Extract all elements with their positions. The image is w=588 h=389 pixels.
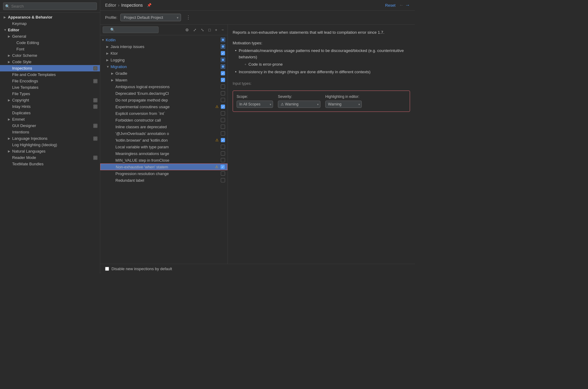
profile-select[interactable]: Project Default Project Default xyxy=(120,14,181,21)
inspection-item-inline-deprecated[interactable]: Inline classes are deprecated xyxy=(100,123,227,130)
empty-checkbox[interactable] xyxy=(221,151,225,156)
sidebar-item-live-templates[interactable]: Live Templates xyxy=(0,84,100,91)
checked-checkbox[interactable]: ✓ xyxy=(221,51,225,55)
inspection-item-gradle[interactable]: ▶Gradle✓ xyxy=(100,70,227,77)
checked-checkbox[interactable]: ✓ xyxy=(221,105,225,109)
sidebar-item-intentions[interactable]: Intentions xyxy=(0,129,100,135)
sidebar-item-gui-designer[interactable]: GUI Designer□ xyxy=(0,122,100,129)
sidebar-item-log-highlighting[interactable]: Log Highlighting (Ideolog) xyxy=(0,142,100,148)
inspection-item-kotlin[interactable]: ▼Kotlin xyxy=(100,36,227,43)
inspection-item-maven[interactable]: ▶Maven✓ xyxy=(100,77,227,83)
inspection-label: Migration xyxy=(111,64,220,69)
empty-checkbox[interactable] xyxy=(221,98,225,102)
sidebar-item-copyright[interactable]: ▶Copyright□ xyxy=(0,97,100,103)
scope-select[interactable]: In All Scopes In Test Only xyxy=(237,101,273,108)
sidebar-item-color-scheme[interactable]: ▶Color Scheme xyxy=(0,52,100,59)
sidebar-item-duplicates[interactable]: Duplicates xyxy=(0,110,100,116)
empty-checkbox[interactable] xyxy=(221,145,225,149)
inspections-search-input[interactable] xyxy=(103,26,159,33)
partial-checkbox[interactable] xyxy=(221,38,225,42)
inspection-label: Inline classes are deprecated xyxy=(115,125,220,129)
sidebar-item-file-encodings[interactable]: File Encodings□ xyxy=(0,78,100,84)
sidebar-item-badge: □ xyxy=(93,105,97,109)
sidebar-item-language-injections[interactable]: ▶Language Injections□ xyxy=(0,135,100,142)
add-inspection-button[interactable]: + xyxy=(214,27,219,33)
nav-arrows: ← → xyxy=(399,2,410,8)
sidebar-item-keymap[interactable]: Keymap xyxy=(0,20,100,27)
empty-checkbox[interactable] xyxy=(221,178,225,182)
inspection-item-min-value[interactable]: MIN_VALUE step in fromClose xyxy=(100,157,227,164)
empty-checkbox[interactable] xyxy=(221,158,225,162)
empty-checkbox[interactable] xyxy=(221,84,225,89)
inspection-label: Meaningless annotations targe xyxy=(115,151,220,156)
sidebar-item-badge: □ xyxy=(93,136,97,141)
filter-button[interactable]: ⚙ xyxy=(184,27,190,33)
sidebar-item-inlay-hints[interactable]: Inlay Hints□ xyxy=(0,103,100,110)
sidebar-item-general[interactable]: ▶General xyxy=(0,33,100,40)
square-button[interactable]: □ xyxy=(207,27,212,33)
disable-inspections-checkbox[interactable] xyxy=(105,267,109,271)
inspection-item-do-not-propagate[interactable]: Do not propagate method dep xyxy=(100,97,227,103)
sidebar-item-label: General xyxy=(12,34,97,39)
empty-checkbox[interactable] xyxy=(221,118,225,122)
sidebar-item-font[interactable]: Font xyxy=(0,46,100,52)
inspection-item-ambiguous[interactable]: Ambiguous logical expressions xyxy=(100,83,227,90)
sidebar-item-natural-languages[interactable]: ▶Natural Languages xyxy=(0,148,100,154)
inspection-item-redundant-label[interactable]: Redundant label xyxy=(100,177,227,184)
inspection-item-explicit-conversion[interactable]: Explicit conversion from `Int` xyxy=(100,110,227,117)
empty-checkbox[interactable] xyxy=(221,131,225,136)
sidebar-item-reader-mode[interactable]: Reader Mode□ xyxy=(0,154,100,161)
empty-checkbox[interactable] xyxy=(221,91,225,95)
partial-checkbox[interactable] xyxy=(221,64,225,69)
inspection-item-non-exhaustive[interactable]: Non-exhaustive 'when' statem⚠✓ xyxy=(100,164,227,170)
inspection-item-kotlin-browser[interactable]: 'kotlin.browser' and 'kotlin.don⚠✓ xyxy=(100,137,227,143)
sidebar-item-label: TextMate Bundles xyxy=(12,162,97,166)
remove-inspection-button[interactable]: − xyxy=(220,27,225,33)
sidebar-item-label: Editor xyxy=(8,28,97,32)
partial-checkbox[interactable] xyxy=(221,44,225,49)
sidebar-item-file-types[interactable]: File Types xyxy=(0,91,100,97)
inspection-item-deprecated-enum[interactable]: Deprecated 'Enum.declaringCl xyxy=(100,90,227,97)
nav-back-button[interactable]: ← xyxy=(399,2,404,8)
expand-button[interactable]: ⤢ xyxy=(192,27,198,33)
inspection-item-experimental-coroutines[interactable]: Experimental coroutines usage⚠✓ xyxy=(100,103,227,110)
inspection-label: Local variable with type param xyxy=(115,145,220,149)
inspection-item-java-interop[interactable]: ▶Java interop issues xyxy=(100,43,227,50)
inspection-item-ktor[interactable]: ▶Ktor✓ xyxy=(100,50,227,57)
inspection-item-local-variable[interactable]: Local variable with type param xyxy=(100,143,227,150)
inspection-item-migration[interactable]: ▼Migration xyxy=(100,63,227,70)
sidebar-search-input[interactable] xyxy=(3,2,97,10)
severity-select[interactable]: ⚠ Warning Error Info Weak Warning xyxy=(278,101,320,108)
inspection-item-logging[interactable]: ▶Logging xyxy=(100,57,227,63)
arrow-icon: ▶ xyxy=(8,137,12,140)
nav-forward-button[interactable]: → xyxy=(405,2,410,8)
checked-checkbox[interactable]: ✓ xyxy=(220,165,225,169)
sidebar-item-emmet[interactable]: ▶Emmet xyxy=(0,116,100,122)
checked-checkbox[interactable]: ✓ xyxy=(221,138,225,142)
sidebar-item-editor[interactable]: ▼Editor xyxy=(0,27,100,33)
pin-icon[interactable]: 📌 xyxy=(147,3,152,7)
sidebar-item-code-editing[interactable]: Code Editing xyxy=(0,40,100,46)
sidebar-item-file-code-templates[interactable]: File and Code Templates xyxy=(0,71,100,78)
sidebar-item-inspections[interactable]: Inspections□ xyxy=(0,65,100,71)
profile-menu-button[interactable]: ⋮ xyxy=(184,14,193,21)
reset-button[interactable]: Reset xyxy=(385,3,395,8)
sidebar-item-label: GUI Designer xyxy=(12,123,92,128)
sidebar-item-textmate-bundles[interactable]: TextMate Bundles xyxy=(0,161,100,167)
inspection-item-jvm-overloads[interactable]: '@JvmOverloads' annotation o xyxy=(100,130,227,137)
highlight-select[interactable]: Warning Error Info Weak Warning No highl… xyxy=(325,101,362,108)
partial-checkbox[interactable] xyxy=(221,58,225,62)
empty-checkbox[interactable] xyxy=(221,125,225,129)
empty-checkbox[interactable] xyxy=(221,111,225,115)
checked-checkbox[interactable]: ✓ xyxy=(221,78,225,82)
sidebar-item-appearance[interactable]: ▶Appearance & Behavior xyxy=(0,14,100,20)
inspection-item-progression-resolution[interactable]: Progression resolution change xyxy=(100,170,227,177)
inspection-item-forbidden-constructor[interactable]: Forbidden constructor call xyxy=(100,117,227,123)
checked-checkbox[interactable]: ✓ xyxy=(221,71,225,75)
inspection-label: Progression resolution change xyxy=(115,171,220,176)
empty-checkbox[interactable] xyxy=(221,171,225,176)
collapse-button[interactable]: ⤡ xyxy=(200,27,205,33)
sidebar-item-code-style[interactable]: ▶Code Style xyxy=(0,59,100,65)
sidebar-item-badge: □ xyxy=(93,124,97,128)
inspection-item-meaningless-annotations[interactable]: Meaningless annotations targe xyxy=(100,150,227,157)
